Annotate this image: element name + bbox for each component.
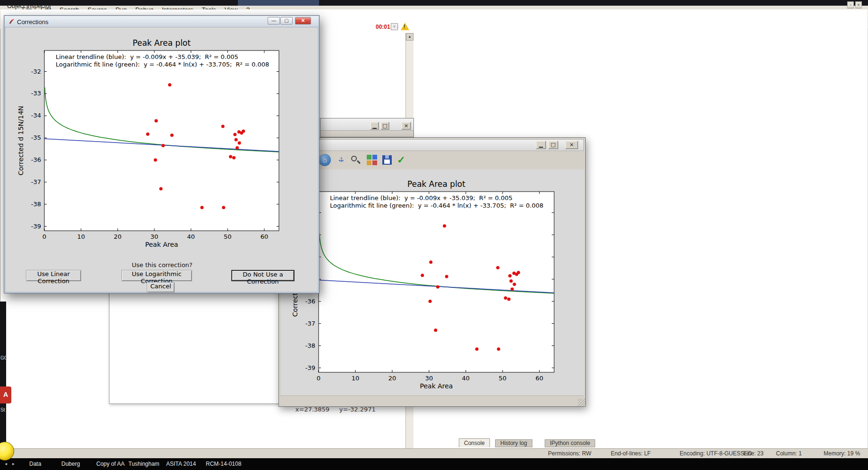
svg-text:-32: -32 (31, 68, 41, 75)
svg-text:-38: -38 (305, 342, 315, 349)
svg-text:20: 20 (114, 233, 122, 240)
svg-text:50: 50 (499, 375, 507, 382)
svg-text:-35: -35 (31, 134, 41, 141)
svg-text:Logarithmic fit line (green):: Logarithmic fit line (green): y = -0.464… (330, 202, 543, 209)
minimize-button[interactable]: ▁ (370, 122, 379, 130)
svg-text:60: 60 (536, 375, 544, 382)
svg-text:10: 10 (352, 375, 360, 382)
pan-icon[interactable]: ↔↕ (335, 154, 347, 166)
svg-text:30: 30 (151, 233, 159, 240)
save-icon[interactable] (381, 154, 393, 166)
console-tabs: ConsoleHistory logIPython console (454, 438, 868, 448)
sheet-tab-copy-of-aa[interactable]: Copy of AA (96, 461, 125, 467)
svg-text:-37: -37 (305, 320, 315, 327)
svg-text:50: 50 (224, 233, 232, 240)
sheet-tab-tushingham[interactable]: Tushingham (128, 461, 160, 467)
sta-fragment: St (0, 407, 5, 412)
svg-text:Peak Area plot: Peak Area plot (407, 179, 465, 189)
svg-text:Logarithmic fit line (green):: Logarithmic fit line (green): y = -0.464… (56, 61, 269, 68)
svg-text:Linear trendline (blue): y =: Linear trendline (blue): y = -0.009x + -… (330, 194, 513, 201)
svg-text:-39: -39 (31, 223, 41, 230)
background-window-fragment (238, 0, 319, 6)
svg-text:Peak Area: Peak Area (420, 382, 453, 390)
sheet-tab-data[interactable]: Data (29, 461, 41, 467)
svg-text:40: 40 (187, 233, 195, 240)
close-icon[interactable]: × (855, 1, 862, 8)
minimize-button[interactable]: ▁ (536, 141, 546, 149)
dialog-title: Corrections (17, 18, 48, 25)
left-window-strip: GC St Rep... (0, 302, 6, 458)
status-item-memory: Memory: 19 % (824, 450, 860, 457)
svg-text:60: 60 (261, 233, 269, 240)
svg-text:-36: -36 (31, 156, 41, 163)
scroll-indicator-icon[interactable]: ≡ (391, 23, 398, 30)
svg-text:-37: -37 (31, 178, 41, 185)
svg-text:-34: -34 (31, 112, 41, 119)
svg-text:Peak Area: Peak Area (145, 241, 178, 248)
svg-text:40: 40 (462, 375, 470, 382)
warning-icon[interactable]: ! (401, 23, 409, 30)
minimize-button[interactable]: — (268, 17, 280, 25)
maximize-button[interactable]: ▢ (280, 17, 293, 25)
tab-console[interactable]: Console (459, 438, 490, 447)
resize-grip[interactable] (578, 399, 585, 406)
tk-feather-icon (8, 18, 15, 25)
svg-text:-38: -38 (31, 201, 41, 208)
correction-question: Use this correction? (4, 261, 320, 269)
zoom-icon[interactable] (349, 154, 362, 166)
subplots-icon[interactable] (366, 154, 378, 166)
svg-text:Corrected d 15N/14N: Corrected d 15N/14N (17, 106, 25, 176)
tab-ipython-console[interactable]: IPython console (545, 439, 595, 447)
do-not-use-correction-button[interactable]: Do Not Use a Correction (231, 270, 295, 281)
sheet-tab-duberg[interactable]: Duberg (61, 461, 80, 467)
inspector-title: Object inspector (7, 2, 51, 9)
confirm-icon[interactable]: ✓ (395, 154, 407, 166)
status-item-encoding: Encoding: UTF-8-GUESSED (680, 450, 752, 457)
cursor-coordinates: x=27.3859 y=-32.2971 (295, 406, 376, 413)
gc-fragment: GC (0, 355, 8, 361)
adobe-icon[interactable]: A (0, 386, 11, 403)
maximize-button[interactable]: □ (548, 141, 558, 149)
tab-history-log[interactable]: History log (495, 439, 532, 447)
figure-window: ▁ □ × ⌂ ↔↕ ✓ 0102030405060-32-33-34-35-3… (278, 137, 586, 407)
figure-statusbar: x=27.3859 y=-32.2971 (280, 395, 584, 405)
sheet-tab-rcm-14-0108[interactable]: RCM-14-0108 (206, 461, 241, 467)
close-button[interactable]: ✕ (295, 17, 311, 25)
sheet-tab-asita-2014[interactable]: ASITA 2014 (166, 461, 196, 467)
figure-toolbar: ⌂ ↔↕ ✓ (280, 152, 584, 168)
close-button[interactable]: × (401, 122, 411, 130)
svg-text:-33: -33 (31, 90, 41, 97)
spyder-statusbar: Permissions: RWEnd-of-lines: LFEncoding:… (0, 448, 868, 458)
status-item-permissions: Permissions: RW (548, 450, 591, 457)
cancel-button[interactable]: Cancel (147, 282, 175, 293)
svg-text:-36: -36 (305, 298, 315, 305)
use-logarithmic-correction-button[interactable]: Use Logarithmic Correction (121, 270, 192, 281)
svg-text:10: 10 (77, 233, 85, 240)
status-item-end-of-lines: End-of-lines: LF (611, 450, 651, 457)
svg-text:-39: -39 (305, 364, 315, 371)
svg-text:0: 0 (42, 233, 46, 240)
sheet-nav-left[interactable]: ◂ (5, 461, 7, 466)
peak-area-plot-canvas[interactable]: 0102030405060-32-33-34-35-36-37-38-39Lin… (281, 169, 584, 397)
close-button[interactable]: × (565, 141, 578, 149)
svg-text:0: 0 (317, 375, 320, 382)
ghost-titlebar[interactable] (320, 118, 413, 131)
svg-text:30: 30 (425, 375, 433, 382)
svg-text:20: 20 (388, 375, 396, 382)
svg-text:Linear trendline (blue): y =: Linear trendline (blue): y = -0.009x + -… (56, 53, 238, 60)
svg-text:Peak Area plot: Peak Area plot (133, 38, 191, 48)
background-figure-window: ▁ □ × (320, 118, 414, 137)
corrections-dialog: Corrections — ▢ ✕ 0102030405060-32-33-34… (4, 15, 320, 294)
desktop: FileEditSearchSourceRunDebugInterpreters… (0, 0, 868, 470)
scroll-up-button[interactable]: ▲ (406, 33, 413, 41)
home-icon[interactable]: ⌂ (319, 154, 331, 166)
taskbar: ◂ ▸ DataDubergCopy of AATushinghamASITA … (0, 458, 868, 470)
peak-area-plot-canvas[interactable]: 0102030405060-32-33-34-35-36-37-38-39Lin… (10, 31, 309, 252)
top-window-strip (0, 0, 868, 6)
use-linear-correction-button[interactable]: Use Linear Correction (26, 270, 81, 281)
sheet-nav-right[interactable]: ▸ (12, 461, 15, 466)
status-item-column: Column: 1 (776, 450, 802, 457)
undock-icon[interactable]: ▫ (847, 1, 854, 8)
maximize-button[interactable]: □ (380, 122, 389, 130)
status-item-line: Line: 23 (743, 450, 764, 457)
